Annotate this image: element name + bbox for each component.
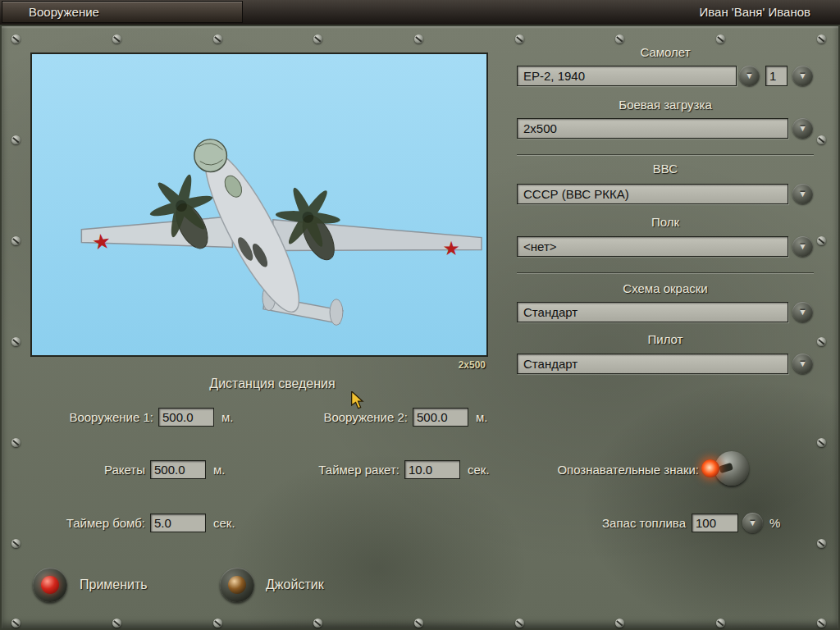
pilot-dropdown-button[interactable]: ▼ [792, 354, 813, 374]
loadout-label: Боевая загрузка [517, 97, 814, 113]
aircraft-dropdown-button[interactable]: ▼ [739, 66, 760, 86]
top-bar: Вооружение Иван 'Ваня' Иванов [0, 0, 840, 25]
rockets-unit: м. [213, 462, 225, 478]
screw-icon [112, 34, 121, 43]
screw-icon [11, 34, 21, 43]
loadout-caption: 2x500 [354, 359, 486, 371]
chevron-down-icon: ▼ [745, 71, 754, 80]
aircraft-count-field[interactable] [765, 66, 788, 86]
screw-icon [817, 337, 826, 346]
screw-icon [817, 135, 826, 144]
pilot-select[interactable]: Стандарт [517, 354, 788, 374]
airforce-select[interactable]: СССР (ВВС РККА) [517, 184, 788, 204]
aircraft-count-dropdown-button[interactable]: ▼ [792, 66, 813, 86]
loadout-dropdown-button[interactable]: ▼ [792, 118, 813, 139]
pilot-label: Пилот [517, 331, 814, 348]
convergence-title: Дистанция сведения [149, 376, 395, 392]
chevron-down-icon: ▼ [748, 518, 757, 527]
paint-scheme-dropdown-button[interactable]: ▼ [792, 302, 813, 322]
screw-icon [414, 619, 423, 628]
fuel-label: Запас топлива [566, 515, 686, 532]
tab-armament[interactable]: Вооружение [2, 1, 243, 23]
armament-screen: Вооружение Иван 'Ваня' Иванов [0, 0, 840, 630]
screw-icon [615, 619, 624, 628]
aircraft-preview: ★ ★ [30, 52, 488, 357]
weapon2-convergence-input[interactable] [413, 408, 468, 427]
markings-label: Опознавательные знаки: [504, 462, 699, 478]
joystick-button-label: Джойстик [266, 577, 324, 593]
airforce-dropdown-button[interactable]: ▼ [792, 184, 813, 204]
aircraft-image: ★ ★ [32, 54, 486, 355]
screw-icon [515, 34, 524, 43]
rockets-convergence-input[interactable] [150, 460, 206, 479]
screw-icon [11, 236, 21, 245]
svg-text:★: ★ [90, 228, 112, 255]
main-panel: ★ ★ 2x500 Самолет ЕР-2, 1940 ▼ ▼ Боевая … [0, 25, 840, 630]
screw-icon [213, 34, 222, 43]
weapon2-unit: м. [476, 409, 487, 426]
fuel-unit: % [769, 515, 780, 532]
chevron-down-icon: ▼ [798, 359, 807, 368]
chevron-down-icon: ▼ [798, 124, 807, 133]
mouse-cursor-icon [350, 391, 365, 409]
weapon1-unit: м. [221, 409, 233, 426]
separator [517, 272, 814, 274]
aircraft-select[interactable]: ЕР-2, 1940 [517, 66, 737, 86]
rocket-timer-input[interactable] [404, 460, 460, 479]
weapon1-label: Вооружение 1: [26, 409, 153, 426]
svg-text:★: ★ [443, 237, 460, 260]
amber-button-icon [228, 576, 246, 594]
markings-toggle[interactable] [701, 449, 749, 488]
regiment-dropdown-button[interactable]: ▼ [792, 236, 813, 257]
bomb-timer-unit: сек. [213, 515, 235, 532]
fuel-input[interactable] [692, 514, 738, 532]
chevron-down-icon: ▼ [798, 71, 807, 80]
screw-icon [515, 619, 524, 628]
apply-button[interactable] [33, 568, 67, 602]
screw-icon [11, 619, 21, 628]
screw-icon [615, 34, 624, 43]
weapon1-convergence-input[interactable] [158, 408, 214, 427]
screw-icon [817, 236, 826, 245]
screw-icon [817, 619, 826, 628]
fuel-dropdown-button[interactable]: ▼ [742, 513, 763, 533]
screw-icon [112, 619, 121, 628]
joystick-button[interactable] [220, 568, 254, 602]
loadout-select[interactable]: 2x500 [517, 118, 788, 139]
screw-icon [11, 539, 21, 548]
apply-button-label: Применить [80, 577, 148, 593]
airforce-label: ВВС [517, 161, 814, 177]
player-name: Иван 'Ваня' Иванов [699, 0, 810, 25]
screw-icon [313, 619, 322, 628]
screw-icon [11, 438, 21, 447]
screw-icon [716, 34, 725, 43]
screw-icon [817, 34, 826, 43]
screw-icon [716, 619, 725, 628]
chevron-down-icon: ▼ [798, 308, 807, 317]
screw-icon [817, 539, 826, 548]
screw-icon [11, 135, 21, 144]
bomb-timer-label: Таймер бомб: [26, 515, 145, 532]
rockets-label: Ракеты [26, 462, 145, 478]
paint-scheme-label: Схема окраски [517, 281, 814, 297]
paint-scheme-select[interactable]: Стандарт [517, 302, 788, 322]
screw-icon [817, 438, 826, 447]
separator [517, 154, 814, 156]
rocket-timer-label: Таймер ракет: [272, 462, 399, 478]
screw-icon [414, 34, 423, 43]
regiment-label: Полк [517, 214, 814, 231]
screw-icon [213, 619, 222, 628]
red-indicator-lamp-icon [701, 459, 719, 477]
chevron-down-icon: ▼ [798, 189, 807, 199]
chevron-down-icon: ▼ [798, 242, 807, 251]
rocket-timer-unit: сек. [468, 462, 490, 478]
weapon2-label: Вооружение 2: [281, 409, 408, 426]
screw-icon [313, 34, 322, 43]
aircraft-label: Самолет [517, 44, 814, 61]
regiment-select[interactable]: <нет> [517, 236, 788, 257]
screw-icon [11, 337, 21, 346]
red-button-icon [41, 576, 59, 594]
bomb-timer-input[interactable] [150, 514, 206, 532]
